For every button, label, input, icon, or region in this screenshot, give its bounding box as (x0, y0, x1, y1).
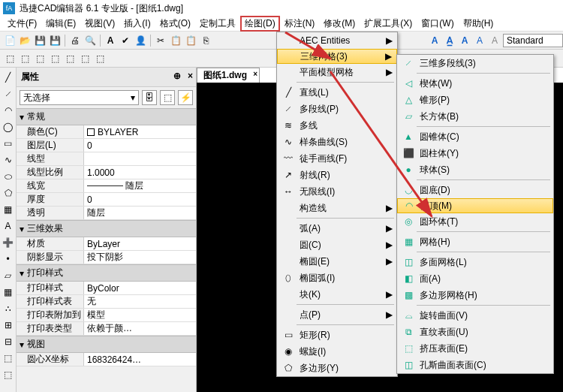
text-icon[interactable]: A (2, 219, 15, 233)
menu-box[interactable]: ▱长方体(B) (397, 108, 553, 125)
menu-extrsurf[interactable]: ⬚挤压表面(E) (397, 340, 553, 357)
preview-icon[interactable]: 🔍 (83, 34, 97, 47)
menu-ellipse[interactable]: 椭圆(E)▶ (277, 253, 397, 270)
cat-print[interactable]: ▾打印样式 (17, 264, 196, 282)
print-icon[interactable]: 🖨 (68, 34, 82, 47)
misc1-icon[interactable]: ⊞ (2, 318, 15, 332)
menu-customtools[interactable]: 定制工具 (195, 16, 240, 32)
menu-coons[interactable]: ◫孔斯曲面表面(C) (397, 357, 553, 373)
menu-polymesh[interactable]: ▩多边形网格(H) (397, 287, 553, 303)
menu-revsurf[interactable]: ⌓旋转曲面(V) (397, 307, 553, 324)
copy-icon[interactable]: 📋 (169, 34, 182, 47)
filter-icon[interactable]: 🗄 (142, 90, 157, 105)
prop-pattach-value[interactable]: 模型 (84, 309, 196, 321)
menu-edit[interactable]: 编辑(E) (41, 16, 80, 32)
menu-circle[interactable]: 圆(C)▶ (277, 237, 397, 253)
prop-layer-value[interactable]: 0 (84, 139, 196, 152)
menu-block[interactable]: 块(K)▶ (277, 286, 397, 303)
layer5-icon[interactable]: ⬚ (63, 52, 77, 65)
prop-ptype-value[interactable]: 依赖于颜… (84, 322, 196, 335)
menu-dishlow[interactable]: ◡圆底(D) (397, 182, 553, 198)
misc2-icon[interactable]: ⊟ (2, 335, 15, 348)
hatch-icon[interactable]: ▦ (2, 203, 15, 216)
misc3-icon[interactable]: ⬚ (2, 351, 15, 365)
document-tab[interactable]: 图纸1.dwg× (197, 68, 260, 83)
menu-mline[interactable]: ≋多线 (277, 117, 397, 134)
tab-close-icon[interactable]: × (253, 70, 257, 78)
text-ab-icon[interactable]: A (458, 34, 471, 47)
misc4-icon[interactable]: ⬚ (2, 368, 15, 381)
cat-fx[interactable]: ▾三维效果 (17, 220, 196, 237)
menu-dome[interactable]: ◠圆顶(M) (397, 198, 553, 213)
pin-icon[interactable]: ⊕ (173, 71, 181, 81)
layer-icon[interactable]: ⬚ (3, 52, 17, 65)
menu-mesh[interactable]: ▦网格(H) (397, 234, 553, 250)
circle-icon[interactable]: ◯ (2, 120, 15, 134)
prop-thick-value[interactable]: 0 (84, 193, 196, 206)
menu-flatmesh[interactable]: 平面模型网格▶ (277, 64, 397, 80)
saveas-icon[interactable]: 💾 (48, 34, 62, 47)
menu-view[interactable]: 视图(V) (80, 16, 119, 32)
menu-face[interactable]: ◧面(A) (397, 270, 553, 287)
region-icon[interactable]: ▱ (2, 269, 15, 282)
rect-icon[interactable]: ▭ (2, 137, 15, 150)
arc-icon[interactable]: ◠ (2, 104, 15, 117)
menu-line[interactable]: ╱直线(L) (277, 84, 397, 101)
menu-point[interactable]: 点(P)▶ (277, 306, 397, 323)
pline-icon[interactable]: ⟋ (2, 87, 15, 101)
menu-ray[interactable]: ↗射线(R) (277, 167, 397, 183)
menu-pface[interactable]: ◫多面网格(L) (397, 254, 553, 270)
menu-modify[interactable]: 修改(M) (319, 16, 360, 32)
menu-xline[interactable]: ↔无限线(I) (277, 183, 397, 200)
menu-cyl[interactable]: ⬛圆柱体(Y) (397, 145, 553, 161)
prop-transp-value[interactable]: 随层 (84, 207, 196, 219)
prop-lweight-value[interactable]: ———— 随层 (84, 179, 196, 192)
cat-view[interactable]: ▾视图 (17, 336, 196, 353)
text-ao-icon[interactable]: A (473, 34, 486, 47)
cut-icon[interactable]: ✂ (154, 34, 167, 47)
spell-icon[interactable]: ✔ (119, 34, 132, 47)
layer7-icon[interactable]: ⬚ (93, 52, 107, 65)
menu-cone[interactable]: △锥形(P) (397, 92, 553, 108)
menu-pline[interactable]: ⟋多段线(P) (277, 101, 397, 117)
prop-cx-value[interactable]: 168326424… (84, 353, 196, 366)
menu-rulesurf[interactable]: ⧉直纹表面(U) (397, 324, 553, 340)
line-icon[interactable]: ╱ (2, 71, 15, 84)
menu-wedge[interactable]: ◁楔体(W) (397, 75, 553, 92)
pointcl-icon[interactable]: ∴ (2, 302, 15, 315)
find-icon[interactable]: A (104, 34, 117, 47)
clone-icon[interactable]: ⎘ (199, 34, 212, 47)
menu-rect[interactable]: ▭矩形(R) (277, 327, 397, 343)
prop-ptable-value[interactable]: 无 (84, 295, 196, 308)
prop-color-value[interactable]: BYLAYER (84, 125, 196, 138)
layer6-icon[interactable]: ⬚ (78, 52, 92, 65)
layer4-icon[interactable]: ⬚ (48, 52, 62, 65)
menu-earc[interactable]: ⬯椭圆弧(I) (277, 270, 397, 286)
menu-spiral[interactable]: ◉螺旋(I) (277, 343, 397, 360)
menu-help[interactable]: 帮助(H) (459, 16, 498, 32)
user-icon[interactable]: 👤 (134, 34, 147, 47)
menu-format[interactable]: 格式(O) (155, 16, 195, 32)
point-icon[interactable]: • (2, 252, 15, 266)
prop-pstyle-value[interactable]: ByColor (84, 282, 196, 294)
text-ai-icon[interactable]: A̲ (443, 34, 456, 47)
ellipse-icon[interactable]: ⬭ (2, 170, 15, 183)
close-icon[interactable]: × (188, 71, 193, 81)
menu-arc[interactable]: 弧(A)▶ (277, 220, 397, 237)
text-ad-icon[interactable]: A (488, 34, 501, 47)
text-a-icon[interactable]: A (428, 34, 441, 47)
layer3-icon[interactable]: ⬚ (33, 52, 47, 65)
menu-insert[interactable]: 插入(I) (119, 16, 155, 32)
menu-dim[interactable]: 标注(N) (280, 16, 320, 32)
menu-exttools[interactable]: 扩展工具(X) (360, 16, 417, 32)
menu-sphere[interactable]: ●球体(S) (397, 161, 553, 178)
layer2-icon[interactable]: ⬚ (18, 52, 32, 65)
menu-window[interactable]: 窗口(W) (417, 16, 458, 32)
text-style-combo[interactable]: Standard (503, 34, 563, 47)
save-icon[interactable]: 💾 (33, 34, 47, 47)
add-icon[interactable]: ➕ (2, 236, 15, 249)
curve-icon[interactable]: ∿ (2, 153, 15, 167)
table-icon[interactable]: ▦ (2, 285, 15, 299)
poly-icon[interactable]: ⬠ (2, 186, 15, 200)
menu-spline[interactable]: ∿样条曲线(S) (277, 134, 397, 150)
